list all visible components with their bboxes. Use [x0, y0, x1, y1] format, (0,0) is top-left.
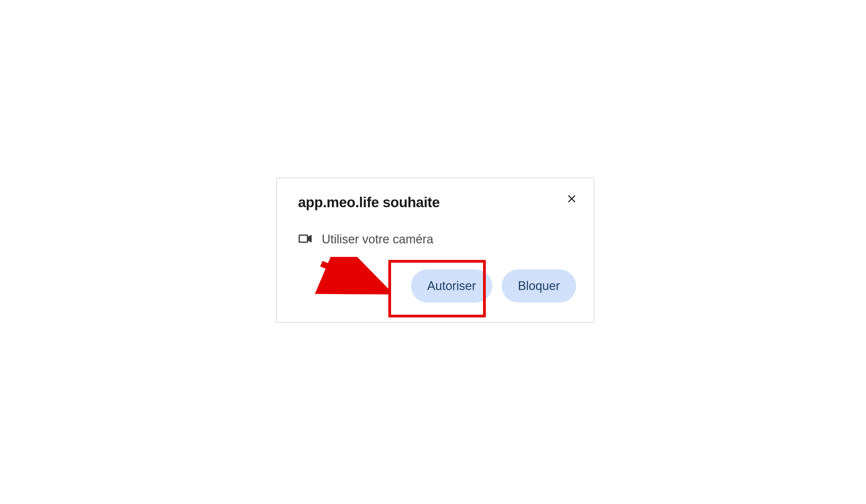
dialog-title: app.meo.life souhaite — [298, 194, 440, 210]
block-button[interactable]: Bloquer — [502, 270, 576, 302]
permission-dialog: app.meo.life souhaite Utiliser votre cam… — [276, 177, 595, 323]
allow-button[interactable]: Autoriser — [411, 270, 492, 302]
close-icon[interactable] — [565, 192, 578, 207]
camera-icon — [298, 231, 312, 247]
permission-text: Utiliser votre caméra — [322, 232, 433, 247]
dialog-header: app.meo.life souhaite — [298, 194, 576, 210]
permission-row: Utiliser votre caméra — [298, 231, 576, 247]
dialog-buttons: Autoriser Bloquer — [298, 270, 576, 302]
svg-rect-2 — [299, 235, 308, 242]
